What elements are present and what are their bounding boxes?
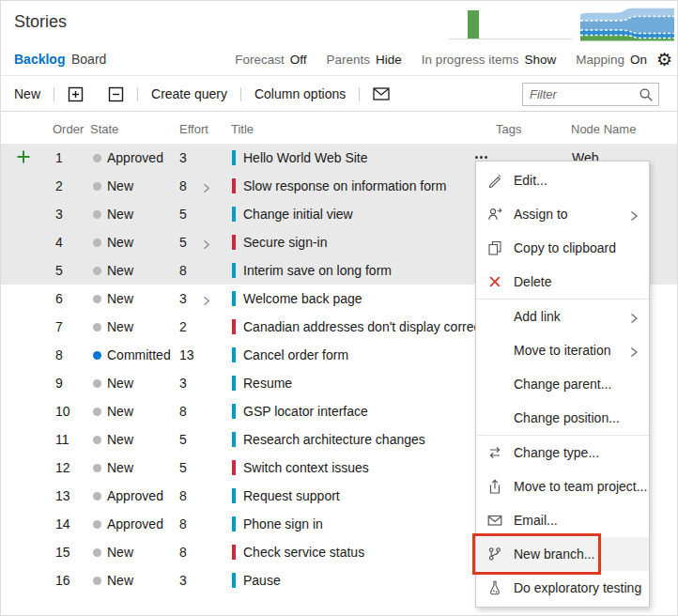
cell-order: 5 [55, 263, 63, 278]
menu-item-delete[interactable]: Delete [476, 265, 649, 299]
expand-chevron-icon[interactable] [203, 181, 210, 196]
state-dot [93, 408, 101, 416]
cell-order: 6 [55, 291, 63, 306]
tab-board[interactable]: Board [71, 52, 106, 67]
velocity-chart-thumbnail[interactable] [449, 8, 572, 39]
row-context-menu-button[interactable] [473, 154, 489, 161]
cell-order: 13 [55, 488, 70, 503]
search-icon[interactable] [639, 87, 654, 106]
toggle-forecast[interactable]: Forecast Off [235, 53, 306, 67]
move-project-icon [487, 479, 502, 494]
menu-item-label: Add link [514, 309, 561, 324]
cell-order: 9 [55, 376, 63, 391]
story-type-bar [232, 150, 236, 165]
cell-effort: 5 [179, 207, 187, 222]
column-header-state[interactable]: State [90, 122, 118, 136]
cell-title[interactable]: Slow response on information form [243, 178, 446, 193]
cell-state: New [107, 291, 133, 306]
menu-item-label: Change parent... [514, 377, 611, 392]
story-type-bar [232, 207, 236, 222]
cell-state: Approved [107, 488, 163, 503]
column-header-node-name[interactable]: Node Name [571, 122, 636, 136]
assign-person-icon [487, 207, 502, 222]
cell-title[interactable]: Welcome back page [243, 291, 362, 306]
story-type-bar [232, 573, 236, 588]
toggle-in-progress-items[interactable]: In progress items Show [422, 53, 556, 67]
expand-all-icon[interactable] [68, 86, 84, 102]
menu-item-change-parent[interactable]: Change parent... [476, 367, 649, 401]
column-header-order[interactable]: Order [53, 122, 84, 136]
menu-item-label: Assign to [514, 207, 568, 222]
cell-title[interactable]: Request support [243, 488, 340, 503]
state-dot [93, 548, 101, 557]
cell-order: 2 [55, 178, 63, 193]
menu-item-edit[interactable]: Edit... [476, 163, 649, 197]
state-dot [93, 351, 101, 360]
branch-icon [487, 547, 502, 562]
change-type-icon [487, 445, 502, 460]
story-type-bar [232, 404, 236, 419]
filter-box [522, 83, 659, 106]
menu-item-label: Delete [514, 274, 551, 289]
menu-item-move-to-team-project[interactable]: Move to team project... [476, 470, 649, 503]
bug-type-bar [232, 545, 236, 560]
page-title: Stories [14, 12, 67, 32]
state-dot [93, 520, 101, 529]
cell-title[interactable]: Switch context issues [243, 460, 369, 475]
state-dot [93, 210, 101, 219]
menu-item-copy-to-clipboard[interactable]: Copy to clipboard [476, 231, 649, 265]
state-dot [93, 436, 101, 444]
table-header: Order State Effort Title Tags Node Name [1, 114, 677, 144]
cell-state: New [107, 545, 133, 560]
filter-input[interactable] [530, 84, 635, 105]
column-header-effort[interactable]: Effort [179, 122, 208, 136]
cell-effort: 5 [179, 235, 187, 250]
cell-title[interactable]: GSP locator interface [243, 404, 368, 419]
cell-order: 7 [55, 319, 63, 334]
column-header-title[interactable]: Title [231, 122, 254, 136]
cell-title[interactable]: Research architecture changes [243, 432, 425, 447]
cell-title[interactable]: Resume [243, 376, 292, 391]
collapse-all-icon[interactable] [108, 86, 124, 102]
new-button[interactable]: New [14, 86, 40, 101]
toggle-mapping[interactable]: Mapping On [576, 53, 647, 67]
menu-item-move-to-iteration[interactable]: Move to iteration [476, 333, 649, 367]
cell-title[interactable]: Phone sign in [243, 516, 323, 531]
expand-chevron-icon[interactable] [203, 294, 210, 309]
menu-item-label: Copy to clipboard [514, 240, 616, 255]
menu-item-change-type[interactable]: Change type... [476, 436, 649, 470]
add-work-item-button[interactable] [16, 149, 31, 164]
cumulative-flow-chart-thumbnail[interactable] [580, 5, 674, 42]
menu-item-change-position[interactable]: Change position... [476, 401, 649, 435]
cell-title[interactable]: Change initial view [243, 207, 353, 222]
cell-state: New [107, 573, 133, 588]
cell-title[interactable]: Cancel order form [243, 347, 348, 362]
expand-chevron-icon[interactable] [203, 238, 210, 253]
settings-gear-icon[interactable]: ⚙ [656, 49, 672, 71]
toggle-parents[interactable]: Parents Hide [327, 53, 402, 67]
toolbar-separator [54, 87, 54, 101]
story-type-bar [232, 347, 236, 362]
column-options-button[interactable]: Column options [254, 86, 346, 101]
menu-item-label: Email... [514, 513, 558, 528]
cell-order: 1 [55, 150, 63, 165]
menu-item-email[interactable]: Email... [476, 503, 649, 537]
tab-backlog[interactable]: Backlog [14, 52, 65, 67]
email-query-icon[interactable] [373, 87, 390, 100]
menu-item-add-link[interactable]: Add link [476, 300, 649, 333]
column-header-tags[interactable]: Tags [496, 122, 521, 136]
submenu-chevron-icon [630, 346, 639, 361]
delete-x-icon [487, 274, 502, 289]
cell-title[interactable]: Check service status [243, 545, 364, 560]
cell-title[interactable]: Interim save on long form [243, 263, 392, 278]
cell-title[interactable]: Hello World Web Site [243, 150, 368, 165]
menu-item-do-exploratory-testing[interactable]: Do exploratory testing [476, 571, 649, 605]
cell-title[interactable]: Secure sign-in [243, 235, 328, 250]
menu-item-new-branch[interactable]: New branch... [476, 537, 649, 571]
story-type-bar [232, 516, 236, 531]
cell-title[interactable]: Canadian addresses don't display correct… [243, 319, 494, 334]
create-query-button[interactable]: Create query [151, 86, 227, 101]
cell-state: New [107, 319, 133, 334]
menu-item-assign-to[interactable]: Assign to [476, 197, 649, 231]
cell-title[interactable]: Pause [243, 573, 281, 588]
